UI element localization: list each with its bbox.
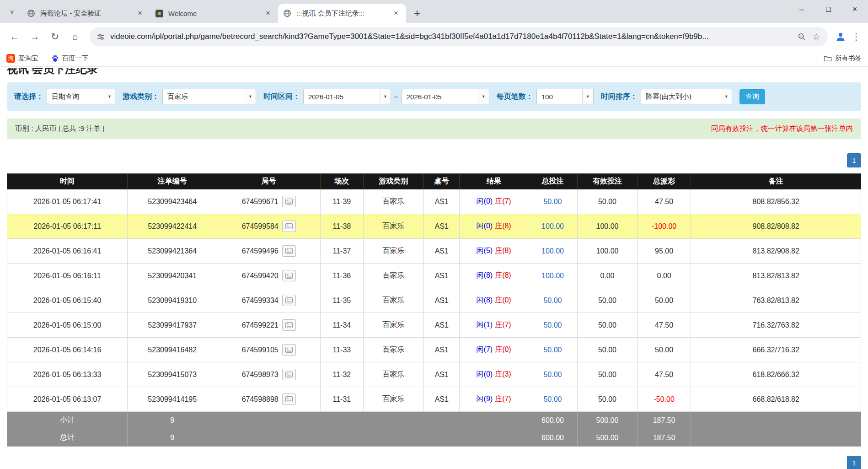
bet-record-row: 2026-01-05 06:15:00523099417937674599221… (7, 313, 861, 338)
table-no-cell: AS1 (424, 313, 460, 338)
round-media-icon[interactable] (282, 369, 296, 380)
close-window-button[interactable]: × (841, 0, 868, 18)
bookmark-baidu[interactable]: 百度一下 (51, 54, 89, 63)
result-banker: 庄(0) (495, 345, 511, 353)
total-bet-link[interactable]: 50.00 (528, 313, 577, 338)
round-media-icon[interactable] (282, 245, 296, 257)
result-cell: 闲(0)庄(7) (460, 189, 528, 214)
result-cell: 闲(5)庄(8) (460, 239, 528, 264)
back-icon[interactable]: ← (5, 27, 24, 46)
table-header-row: 时间 注单编号 局号 场次 游戏类别 桌号 结果 总投注 有效投注 总派彩 备注 (7, 174, 861, 189)
round-media-icon[interactable] (282, 221, 296, 232)
total-bet-link[interactable]: 50.00 (528, 362, 577, 387)
tab-haiyan-forum[interactable]: 海燕论坛 - 安全验证 × (22, 4, 150, 23)
bet-record-row: 2026-01-05 06:13:07523099414195674598898… (7, 387, 861, 412)
payout-cell: -100.00 (637, 214, 691, 239)
total-bet-link[interactable]: 50.00 (528, 288, 577, 313)
sort-order-label: 时间排序： (601, 92, 638, 102)
tab-welcome[interactable]: Welcome × (150, 4, 278, 23)
total-bet-link[interactable]: 100.00 (528, 239, 577, 264)
result-player: 闲(0) (477, 370, 493, 378)
date-to-input[interactable]: 2026-01-05 ▼ (402, 89, 489, 104)
currency-summary-text: 币别 : 人民币 | 总共 :9 注单 | (15, 124, 104, 134)
per-page-select[interactable]: 100 ▼ (536, 89, 594, 104)
session-cell: 11-34 (321, 313, 363, 338)
valid-bet-cell: 50.00 (578, 387, 638, 412)
round-cell: 674599671 (217, 189, 321, 214)
tab-bet-record[interactable]: :::视讯 会员下注纪录::: × (278, 4, 406, 23)
col-header-time: 时间 (7, 174, 128, 189)
home-icon[interactable]: ⌂ (66, 27, 84, 46)
bookmark-taobao[interactable]: 淘 爱淘宝 (6, 54, 38, 63)
tab-close-icon[interactable]: × (134, 8, 145, 19)
pagination-button-top[interactable]: 1 (847, 153, 861, 167)
tab-close-icon[interactable]: × (263, 8, 273, 19)
sort-order-select[interactable]: 降幂(由大到小) ▼ (641, 89, 732, 104)
col-header-table-no: 桌号 (424, 174, 460, 189)
total-bet-link[interactable]: 50.00 (528, 189, 577, 214)
round-media-icon[interactable] (282, 270, 296, 281)
summary-spacer (217, 429, 528, 447)
game-type-cell: 百家乐 (363, 189, 424, 214)
total-bet-link[interactable]: 50.00 (528, 387, 577, 412)
new-tab-button[interactable]: + (409, 5, 425, 22)
col-header-bet-id: 注单编号 (128, 174, 217, 189)
table-no-cell: AS1 (424, 387, 460, 412)
site-settings-icon[interactable] (97, 33, 105, 41)
round-wrap: 674598898 (242, 394, 296, 405)
col-header-total-bet: 总投注 (528, 174, 577, 189)
summary-row: 总计9600.00500.00187.50 (7, 429, 861, 447)
zoom-icon[interactable] (798, 32, 806, 41)
round-cell: 674599496 (217, 239, 321, 264)
result-banker: 庄(0) (495, 296, 511, 304)
maximize-button[interactable] (815, 0, 841, 18)
page-title: 视讯 会员下注纪录 (7, 68, 861, 78)
round-media-icon[interactable] (282, 319, 296, 331)
table-no-cell: AS1 (424, 338, 460, 362)
game-type-cell: 百家乐 (363, 239, 424, 264)
date-from-input[interactable]: 2026-01-05 ▼ (303, 89, 391, 104)
valid-bet-cell: 50.00 (578, 189, 638, 214)
bookmark-star-icon[interactable]: ☆ (812, 31, 820, 42)
time-cell: 2026-01-05 06:14:16 (7, 338, 128, 362)
col-header-note: 备注 (691, 174, 861, 189)
payout-cell: 47.50 (637, 362, 691, 387)
session-cell: 11-38 (321, 214, 363, 239)
round-media-icon[interactable] (282, 394, 296, 405)
round-cell: 674599584 (217, 214, 321, 239)
game-type-select[interactable]: 百家乐 ▼ (162, 89, 256, 104)
pagination-button-bottom[interactable]: 1 (847, 456, 861, 469)
refresh-icon[interactable]: ↻ (46, 27, 64, 46)
all-bookmarks-button[interactable]: 所有书签 (824, 54, 862, 63)
tab-search-button[interactable]: ∨ (5, 5, 18, 18)
tab-close-icon[interactable]: × (391, 8, 402, 19)
round-media-icon[interactable] (282, 344, 296, 356)
total-bet-link[interactable]: 100.00 (528, 264, 577, 288)
bet-id-cell: 523099422414 (128, 214, 217, 239)
bet-id-cell: 523099414195 (128, 387, 217, 412)
tab-title: Welcome (168, 10, 260, 17)
round-number: 674599221 (242, 321, 279, 329)
profile-icon[interactable] (835, 31, 846, 42)
forward-icon[interactable]: → (26, 27, 44, 46)
round-number: 674599584 (242, 222, 279, 231)
address-bar[interactable]: videoie.com/ipl/portal.php/game/betrecor… (90, 27, 828, 46)
session-cell: 11-33 (321, 338, 363, 362)
total-bet-link[interactable]: 100.00 (528, 214, 577, 239)
welcome-favicon (155, 9, 164, 18)
round-media-icon[interactable] (282, 295, 296, 306)
note-cell: 668.82/618.82 (691, 387, 861, 412)
time-cell: 2026-01-05 06:17:41 (7, 189, 128, 214)
minimize-button[interactable]: – (788, 0, 815, 18)
round-media-icon[interactable] (282, 196, 296, 207)
time-cell: 2026-01-05 06:15:00 (7, 313, 128, 338)
search-button[interactable]: 查询 (739, 89, 765, 104)
table-no-cell: AS1 (424, 214, 460, 239)
total-bet-link[interactable]: 50.00 (528, 338, 577, 362)
browser-menu-icon[interactable]: ⋮ (850, 31, 863, 42)
date-mode-select[interactable]: 日期查询 ▼ (47, 89, 115, 104)
valid-bet-cell: 50.00 (578, 288, 638, 313)
summary-spacer (217, 412, 528, 429)
window-controls: – × (788, 0, 868, 18)
url-text[interactable]: videoie.com/ipl/portal.php/game/betrecor… (110, 32, 792, 41)
